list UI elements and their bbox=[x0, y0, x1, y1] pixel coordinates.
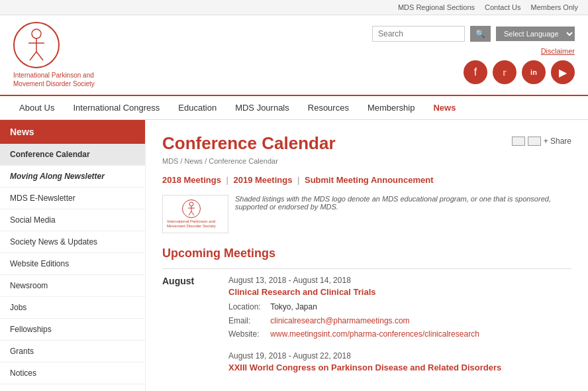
sidebar-item-notices[interactable]: Notices bbox=[0, 363, 145, 384]
language-select[interactable]: Select Language bbox=[496, 27, 575, 41]
nav-resources[interactable]: Resources bbox=[299, 96, 358, 119]
nav-membership[interactable]: Membership bbox=[358, 96, 424, 119]
svg-line-9 bbox=[191, 211, 194, 215]
meeting-entry-1: August August 13, 2018 - August 14, 2018… bbox=[162, 276, 571, 341]
nav-mds-journals[interactable]: MDS Journals bbox=[226, 96, 299, 119]
main-content: + Share Conference Calendar MDS / News /… bbox=[146, 120, 588, 391]
email-label-1: Email: bbox=[228, 314, 268, 327]
mds-regional-link[interactable]: MDS Regional Sections bbox=[398, 3, 475, 11]
share-bar[interactable]: + Share bbox=[512, 137, 571, 146]
twitter-icon[interactable]: 𝕣 bbox=[493, 60, 516, 84]
meeting-links: 2018 Meetings | 2019 Meetings | Submit M… bbox=[162, 175, 571, 185]
meeting-details-1: August 13, 2018 - August 14, 2018 Clinic… bbox=[228, 276, 571, 341]
breadcrumb: MDS / News / Conference Calendar bbox=[162, 157, 571, 165]
meeting-email-1[interactable]: clinicalresearch@pharmameetings.com bbox=[270, 316, 409, 325]
sidebar-item-e-newsletter[interactable]: MDS E-Newsletter bbox=[0, 188, 145, 209]
logo-text: International Parkinson and Movement Dis… bbox=[13, 71, 95, 88]
facebook-icon[interactable]: f bbox=[464, 60, 487, 84]
search-row: 🔍 Select Language bbox=[372, 26, 575, 42]
mds-logo-box: International Parkinson andMovement Diso… bbox=[162, 195, 571, 233]
main-nav: About Us International Congress Educatio… bbox=[0, 95, 588, 120]
meeting-month-1: August bbox=[162, 276, 228, 341]
nav-education[interactable]: Education bbox=[169, 96, 226, 119]
members-only-link[interactable]: Members Only bbox=[530, 3, 578, 11]
svg-line-3 bbox=[30, 52, 36, 60]
sidebar-item-website-editions[interactable]: Website Editions bbox=[0, 253, 145, 275]
meeting-name-2[interactable]: XXIII World Congress on Parkinson Diseas… bbox=[228, 363, 501, 372]
search-button[interactable]: 🔍 bbox=[470, 26, 491, 42]
logo-area: International Parkinson and Movement Dis… bbox=[13, 22, 95, 88]
sidebar: News Conference Calendar Moving Along Ne… bbox=[0, 120, 146, 391]
logo-icon bbox=[13, 22, 60, 68]
svg-line-4 bbox=[36, 52, 43, 60]
submit-meeting-link[interactable]: Submit Meeting Announcement bbox=[305, 175, 434, 185]
meeting-detail-1: Location: Tokyo, Japan Email: clinicalre… bbox=[228, 300, 571, 341]
divider-1 bbox=[162, 268, 571, 269]
svg-point-0 bbox=[32, 29, 41, 38]
svg-point-5 bbox=[189, 202, 193, 206]
svg-line-8 bbox=[189, 211, 191, 215]
meeting-website-1[interactable]: www.meetingsint.com/pharma-conferences/c… bbox=[270, 329, 479, 339]
sidebar-title: News bbox=[0, 120, 145, 144]
meeting-month-2 bbox=[162, 351, 228, 372]
sidebar-item-fellowships[interactable]: Fellowships bbox=[0, 319, 145, 341]
separator-1: | bbox=[226, 175, 231, 185]
sidebar-item-social-media[interactable]: Social Media bbox=[0, 209, 145, 231]
page-title: Conference Calendar bbox=[162, 133, 571, 154]
disclaimer-link[interactable]: Disclaimer bbox=[541, 47, 575, 55]
meeting-details-2: August 19, 2018 - August 22, 2018 XXIII … bbox=[228, 351, 571, 372]
share-icon-2 bbox=[528, 137, 541, 146]
mds-logo-note: Shaded listings with the MDS logo denote… bbox=[235, 195, 566, 211]
meeting-date-1: August 13, 2018 - August 14, 2018 bbox=[228, 276, 571, 285]
share-icon-1 bbox=[512, 137, 525, 146]
social-icons: f 𝕣 in ▶ bbox=[464, 60, 575, 84]
sidebar-item-jobs[interactable]: Jobs bbox=[0, 297, 145, 319]
separator-2: | bbox=[297, 175, 302, 185]
linkedin-icon[interactable]: in bbox=[522, 60, 546, 84]
header: International Parkinson and Movement Dis… bbox=[0, 15, 588, 95]
sidebar-item-newsroom[interactable]: Newsroom bbox=[0, 275, 145, 297]
content-wrapper: News Conference Calendar Moving Along Ne… bbox=[0, 120, 588, 391]
top-bar: MDS Regional Sections Contact Us Members… bbox=[0, 0, 588, 15]
nav-about-us[interactable]: About Us bbox=[10, 96, 64, 119]
share-label[interactable]: + Share bbox=[544, 137, 571, 146]
location-label-1: Location: bbox=[228, 300, 268, 313]
meeting-entry-2: August 19, 2018 - August 22, 2018 XXIII … bbox=[162, 351, 571, 372]
meetings-2018-link[interactable]: 2018 Meetings bbox=[162, 175, 221, 185]
website-label-1: Website: bbox=[228, 327, 268, 341]
contact-us-link[interactable]: Contact Us bbox=[485, 3, 520, 11]
meeting-name-1[interactable]: Clinical Research and Clinical Trials bbox=[228, 287, 376, 297]
youtube-icon[interactable]: ▶ bbox=[551, 60, 575, 84]
meetings-2019-link[interactable]: 2019 Meetings bbox=[234, 175, 293, 185]
nav-news[interactable]: News bbox=[424, 96, 465, 119]
search-input[interactable] bbox=[372, 26, 465, 42]
meeting-date-2: August 19, 2018 - August 22, 2018 bbox=[228, 351, 571, 361]
header-right: 🔍 Select Language Disclaimer f 𝕣 in ▶ bbox=[372, 26, 575, 84]
sidebar-item-moving-along[interactable]: Moving Along Newsletter bbox=[0, 166, 145, 188]
nav-international-congress[interactable]: International Congress bbox=[64, 96, 169, 119]
sidebar-item-society-news[interactable]: Society News & Updates bbox=[0, 231, 145, 253]
meeting-location-1: Tokyo, Japan bbox=[270, 302, 317, 311]
sidebar-item-conference-calendar[interactable]: Conference Calendar bbox=[0, 144, 145, 166]
sidebar-item-grants[interactable]: Grants bbox=[0, 341, 145, 363]
upcoming-meetings-title: Upcoming Meetings bbox=[162, 247, 571, 260]
